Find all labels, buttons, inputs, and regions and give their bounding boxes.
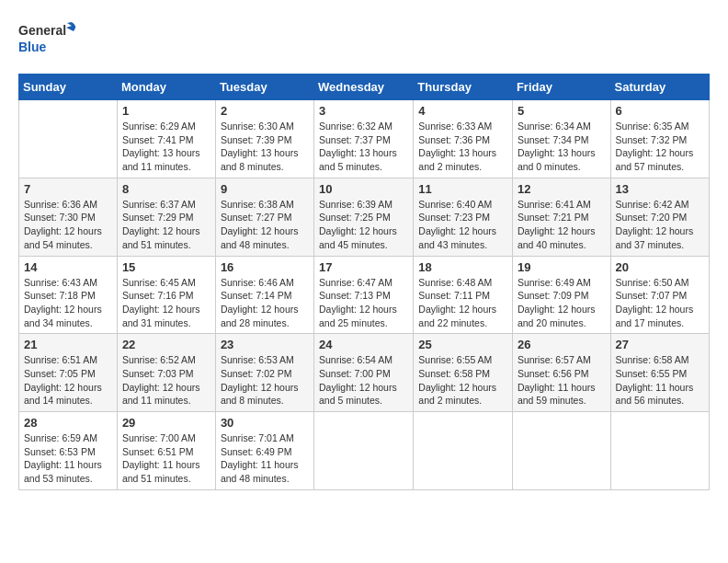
calendar-cell: 23Sunrise: 6:53 AMSunset: 7:02 PMDayligh… — [215, 334, 313, 412]
day-number: 14 — [24, 260, 112, 274]
day-info: Sunrise: 6:55 AMSunset: 6:58 PMDaylight:… — [418, 353, 507, 408]
calendar-week-2: 14Sunrise: 6:43 AMSunset: 7:18 PMDayligh… — [19, 256, 710, 334]
day-number: 21 — [24, 338, 112, 351]
day-info: Sunrise: 6:50 AMSunset: 7:07 PMDaylight:… — [616, 276, 704, 330]
day-info: Sunrise: 6:57 AMSunset: 6:56 PMDaylight:… — [518, 353, 606, 408]
day-info: Sunrise: 6:30 AMSunset: 7:39 PMDaylight:… — [221, 120, 309, 174]
page-header: General Blue — [18, 18, 710, 64]
day-info: Sunrise: 6:35 AMSunset: 7:32 PMDaylight:… — [616, 120, 704, 174]
calendar-cell: 14Sunrise: 6:43 AMSunset: 7:18 PMDayligh… — [19, 256, 118, 334]
day-number: 12 — [518, 182, 606, 196]
svg-text:General: General — [18, 23, 66, 38]
day-number: 20 — [616, 260, 704, 274]
calendar-cell: 4Sunrise: 6:33 AMSunset: 7:36 PMDaylight… — [414, 100, 513, 178]
day-info: Sunrise: 6:36 AMSunset: 7:30 PMDaylight:… — [24, 198, 112, 252]
calendar-cell — [512, 412, 610, 490]
calendar-cell: 16Sunrise: 6:46 AMSunset: 7:14 PMDayligh… — [215, 256, 313, 334]
day-number: 11 — [418, 182, 507, 196]
calendar-cell: 7Sunrise: 6:36 AMSunset: 7:30 PMDaylight… — [19, 178, 118, 256]
day-info: Sunrise: 6:43 AMSunset: 7:18 PMDaylight:… — [24, 276, 112, 330]
day-number: 3 — [319, 104, 408, 118]
calendar-cell: 21Sunrise: 6:51 AMSunset: 7:05 PMDayligh… — [19, 334, 118, 412]
calendar-cell: 15Sunrise: 6:45 AMSunset: 7:16 PMDayligh… — [117, 256, 215, 334]
day-info: Sunrise: 6:32 AMSunset: 7:37 PMDaylight:… — [319, 120, 408, 174]
calendar-cell: 29Sunrise: 7:00 AMSunset: 6:51 PMDayligh… — [117, 412, 215, 490]
calendar-week-4: 28Sunrise: 6:59 AMSunset: 6:53 PMDayligh… — [19, 412, 710, 490]
calendar-cell: 8Sunrise: 6:37 AMSunset: 7:29 PMDaylight… — [117, 178, 215, 256]
day-number: 25 — [418, 338, 507, 351]
day-number: 4 — [418, 104, 507, 118]
calendar-week-1: 7Sunrise: 6:36 AMSunset: 7:30 PMDaylight… — [19, 178, 710, 256]
calendar-cell: 2Sunrise: 6:30 AMSunset: 7:39 PMDaylight… — [215, 100, 313, 178]
day-info: Sunrise: 6:45 AMSunset: 7:16 PMDaylight:… — [122, 276, 210, 330]
day-info: Sunrise: 6:34 AMSunset: 7:34 PMDaylight:… — [518, 120, 606, 174]
calendar-cell: 27Sunrise: 6:58 AMSunset: 6:55 PMDayligh… — [610, 334, 709, 412]
calendar-cell: 9Sunrise: 6:38 AMSunset: 7:27 PMDaylight… — [215, 178, 313, 256]
day-number: 23 — [221, 338, 309, 351]
day-number: 5 — [518, 104, 606, 118]
day-number: 18 — [418, 260, 507, 274]
calendar-cell — [414, 412, 513, 490]
day-number: 27 — [616, 338, 704, 351]
day-number: 29 — [122, 416, 210, 430]
calendar-cell: 28Sunrise: 6:59 AMSunset: 6:53 PMDayligh… — [19, 412, 118, 490]
day-number: 26 — [518, 338, 606, 351]
header-row: SundayMondayTuesdayWednesdayThursdayFrid… — [19, 75, 710, 100]
calendar-cell: 10Sunrise: 6:39 AMSunset: 7:25 PMDayligh… — [314, 178, 414, 256]
day-info: Sunrise: 6:40 AMSunset: 7:23 PMDaylight:… — [418, 198, 507, 252]
calendar-cell: 26Sunrise: 6:57 AMSunset: 6:56 PMDayligh… — [512, 334, 610, 412]
calendar-cell: 18Sunrise: 6:48 AMSunset: 7:11 PMDayligh… — [414, 256, 513, 334]
day-info: Sunrise: 6:49 AMSunset: 7:09 PMDaylight:… — [518, 276, 606, 330]
day-number: 17 — [319, 260, 408, 274]
calendar-cell: 25Sunrise: 6:55 AMSunset: 6:58 PMDayligh… — [414, 334, 513, 412]
day-info: Sunrise: 7:00 AMSunset: 6:51 PMDaylight:… — [122, 431, 210, 486]
calendar-cell: 13Sunrise: 6:42 AMSunset: 7:20 PMDayligh… — [610, 178, 709, 256]
svg-text:Blue: Blue — [18, 40, 47, 54]
header-cell-saturday: Saturday — [610, 75, 709, 100]
day-number: 13 — [616, 182, 704, 196]
day-number: 10 — [319, 182, 408, 196]
day-info: Sunrise: 7:01 AMSunset: 6:49 PMDaylight:… — [221, 431, 309, 486]
day-info: Sunrise: 6:38 AMSunset: 7:27 PMDaylight:… — [221, 198, 309, 252]
day-info: Sunrise: 6:39 AMSunset: 7:25 PMDaylight:… — [319, 198, 408, 252]
day-number: 1 — [122, 104, 210, 118]
calendar-cell — [19, 100, 118, 178]
calendar-body: 1Sunrise: 6:29 AMSunset: 7:41 PMDaylight… — [19, 100, 710, 490]
day-number: 9 — [221, 182, 309, 196]
calendar-cell: 6Sunrise: 6:35 AMSunset: 7:32 PMDaylight… — [610, 100, 709, 178]
calendar-cell: 22Sunrise: 6:52 AMSunset: 7:03 PMDayligh… — [117, 334, 215, 412]
calendar-cell: 5Sunrise: 6:34 AMSunset: 7:34 PMDaylight… — [512, 100, 610, 178]
header-cell-wednesday: Wednesday — [314, 75, 414, 100]
day-number: 16 — [221, 260, 309, 274]
day-info: Sunrise: 6:52 AMSunset: 7:03 PMDaylight:… — [122, 353, 210, 408]
day-info: Sunrise: 6:29 AMSunset: 7:41 PMDaylight:… — [122, 120, 210, 174]
day-info: Sunrise: 6:46 AMSunset: 7:14 PMDaylight:… — [221, 276, 309, 330]
day-number: 2 — [221, 104, 309, 118]
calendar-cell: 1Sunrise: 6:29 AMSunset: 7:41 PMDaylight… — [117, 100, 215, 178]
day-number: 6 — [616, 104, 704, 118]
header-cell-sunday: Sunday — [19, 75, 118, 100]
calendar-cell: 20Sunrise: 6:50 AMSunset: 7:07 PMDayligh… — [610, 256, 709, 334]
calendar-cell: 17Sunrise: 6:47 AMSunset: 7:13 PMDayligh… — [314, 256, 414, 334]
day-number: 19 — [518, 260, 606, 274]
day-number: 22 — [122, 338, 210, 351]
header-cell-tuesday: Tuesday — [215, 75, 313, 100]
calendar-cell — [314, 412, 414, 490]
calendar-header: SundayMondayTuesdayWednesdayThursdayFrid… — [19, 75, 710, 100]
day-number: 8 — [122, 182, 210, 196]
logo: General Blue — [18, 18, 83, 64]
day-info: Sunrise: 6:59 AMSunset: 6:53 PMDaylight:… — [24, 431, 112, 486]
day-number: 24 — [319, 338, 408, 351]
day-info: Sunrise: 6:47 AMSunset: 7:13 PMDaylight:… — [319, 276, 408, 330]
day-info: Sunrise: 6:42 AMSunset: 7:20 PMDaylight:… — [616, 198, 704, 252]
day-number: 28 — [24, 416, 112, 430]
day-info: Sunrise: 6:54 AMSunset: 7:00 PMDaylight:… — [319, 353, 408, 408]
calendar-cell: 24Sunrise: 6:54 AMSunset: 7:00 PMDayligh… — [314, 334, 414, 412]
day-info: Sunrise: 6:58 AMSunset: 6:55 PMDaylight:… — [616, 353, 704, 408]
calendar-cell: 12Sunrise: 6:41 AMSunset: 7:21 PMDayligh… — [512, 178, 610, 256]
header-cell-friday: Friday — [512, 75, 610, 100]
header-cell-monday: Monday — [117, 75, 215, 100]
day-info: Sunrise: 6:53 AMSunset: 7:02 PMDaylight:… — [221, 353, 309, 408]
calendar-cell: 3Sunrise: 6:32 AMSunset: 7:37 PMDaylight… — [314, 100, 414, 178]
day-info: Sunrise: 6:51 AMSunset: 7:05 PMDaylight:… — [24, 353, 112, 408]
